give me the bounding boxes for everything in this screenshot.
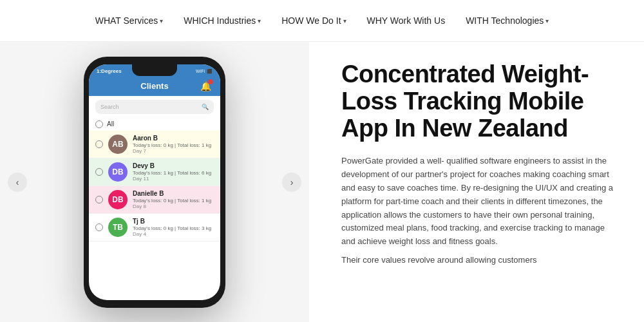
- battery-icon: ⬛: [207, 69, 213, 74]
- client-name: Devy B: [133, 162, 214, 169]
- client-list-item[interactable]: DBDanielle BToday's loss: 0 kg | Total l…: [89, 186, 220, 214]
- app-header: Clients 🔔: [89, 77, 220, 96]
- client-avatar: DB: [108, 190, 128, 209]
- client-info: Devy BToday's loss: 1 kg | Total loss: 6…: [133, 162, 214, 182]
- search-placeholder: Search: [100, 104, 119, 110]
- search-icon: 🔍: [202, 104, 209, 110]
- chevron-down-icon: ▾: [258, 17, 261, 24]
- case-study-description2: Their core values revolve around allowin…: [341, 254, 618, 267]
- nav-item-with-technologies[interactable]: WITH Technologies▾: [458, 10, 556, 31]
- status-time: 1:Degrees: [97, 68, 122, 74]
- client-day: Day 8: [133, 204, 214, 209]
- phone-showcase: ‹ 1:Degrees WiFi ⬛ Clients: [0, 42, 309, 322]
- case-study-title: Concentrated Weight-Loss Tracking Mobile…: [341, 61, 618, 142]
- nav-label: WHICH Industries: [184, 15, 256, 26]
- nav-item-which-industries[interactable]: WHICH Industries▾: [176, 10, 269, 31]
- client-list-item[interactable]: DBDevy BToday's loss: 1 kg | Total loss:…: [89, 158, 220, 186]
- client-avatar: TB: [108, 218, 128, 237]
- client-list-item[interactable]: TBTj BToday's loss: 0 kg | Total loss: 3…: [89, 214, 220, 242]
- nav-item-how-we-do-it[interactable]: HOW We Do It▾: [274, 10, 354, 31]
- phone-screen: 1:Degrees WiFi ⬛ Clients 🔔: [89, 64, 220, 300]
- site-header: WHAT Services▾WHICH Industries▾HOW We Do…: [0, 0, 644, 42]
- client-stats: Today's loss: 1 kg | Total loss: 6 kg: [133, 170, 214, 176]
- client-info: Tj BToday's loss: 0 kg | Total loss: 3 k…: [133, 218, 214, 237]
- chevron-down-icon: ▾: [160, 17, 163, 24]
- client-name: Tj B: [133, 218, 214, 225]
- client-name: Danielle B: [133, 190, 214, 197]
- nav-label: WITH Technologies: [466, 15, 544, 26]
- main-content: ‹ 1:Degrees WiFi ⬛ Clients: [0, 42, 644, 322]
- phone-outer-shell: 1:Degrees WiFi ⬛ Clients 🔔: [84, 57, 225, 308]
- case-study-content: Concentrated Weight-Loss Tracking Mobile…: [309, 42, 644, 322]
- client-info: Danielle BToday's loss: 0 kg | Total los…: [133, 190, 214, 209]
- chevron-down-icon: ▾: [343, 17, 346, 24]
- chevron-down-icon: ▾: [545, 17, 549, 24]
- chevron-right-icon: ›: [290, 177, 294, 187]
- client-avatar: AB: [108, 135, 128, 154]
- client-avatar: DB: [108, 162, 128, 182]
- client-info: Aaron BToday's loss: 0 kg | Total loss: …: [133, 135, 214, 154]
- wifi-icon: WiFi: [196, 69, 205, 74]
- client-name: Aaron B: [133, 135, 214, 142]
- status-icons: WiFi ⬛: [196, 69, 213, 74]
- phone-notch: [132, 64, 177, 76]
- client-stats: Today's loss: 0 kg | Total loss: 1 kg: [133, 198, 214, 204]
- client-list-item[interactable]: ABAaron BToday's loss: 0 kg | Total loss…: [89, 131, 220, 158]
- all-radio[interactable]: [95, 120, 103, 128]
- search-input[interactable]: Search 🔍: [95, 100, 214, 114]
- main-nav: WHAT Services▾WHICH Industries▾HOW We Do…: [88, 10, 557, 31]
- nav-label: WHAT Services: [95, 15, 158, 26]
- client-radio: [95, 168, 103, 176]
- all-filter[interactable]: All: [89, 118, 220, 131]
- app-title: Clients: [140, 81, 168, 91]
- case-study-description: PowerGate provided a well- qualified sof…: [341, 155, 618, 249]
- client-radio: [95, 223, 103, 231]
- nav-label: HOW We Do It: [281, 15, 341, 26]
- client-list: ABAaron BToday's loss: 0 kg | Total loss…: [89, 131, 220, 300]
- notification-badge: [208, 79, 213, 84]
- client-day: Day 7: [133, 148, 214, 154]
- client-stats: Today's loss: 0 kg | Total loss: 1 kg: [133, 142, 214, 148]
- nav-label: WHY Work With Us: [367, 15, 446, 26]
- client-radio: [95, 196, 103, 204]
- phone-mockup: 1:Degrees WiFi ⬛ Clients 🔔: [84, 57, 225, 308]
- client-day: Day 4: [133, 231, 214, 237]
- search-bar: Search 🔍: [89, 96, 220, 118]
- chevron-left-icon: ‹: [16, 177, 19, 187]
- notification-bell: 🔔: [200, 81, 211, 91]
- client-day: Day 11: [133, 176, 214, 182]
- all-label: All: [107, 120, 114, 128]
- next-slide-button[interactable]: ›: [282, 173, 301, 192]
- nav-item-what-services[interactable]: WHAT Services▾: [88, 10, 171, 31]
- prev-slide-button[interactable]: ‹: [8, 173, 27, 192]
- client-radio: [95, 140, 103, 148]
- nav-item-why-work-with-us[interactable]: WHY Work With Us: [359, 10, 453, 31]
- client-stats: Today's loss: 0 kg | Total loss: 3 kg: [133, 225, 214, 231]
